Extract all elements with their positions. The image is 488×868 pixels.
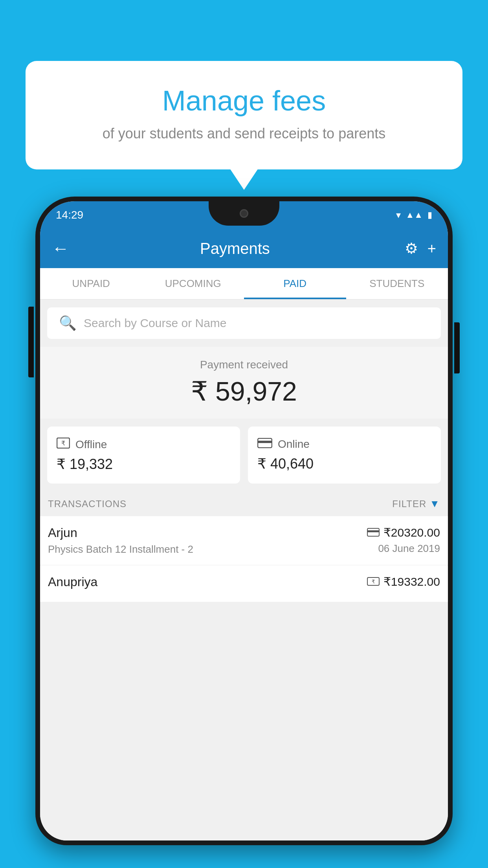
payment-amount: ₹ 59,972 <box>48 376 440 407</box>
add-icon[interactable]: + <box>427 240 436 257</box>
online-amount: ₹ 40,640 <box>257 456 431 472</box>
tab-students[interactable]: STUDENTS <box>346 268 448 299</box>
header-actions: ⚙ + <box>405 240 436 257</box>
phone-frame: 14:29 ▾ ▲▲ ▮ ← Payments ⚙ + <box>35 197 453 845</box>
payment-summary: Payment received ₹ 59,972 <box>40 347 448 419</box>
offline-amount: ₹ 19,332 <box>57 456 231 473</box>
payment-cards: ₹ Offline ₹ 19,332 <box>47 427 441 484</box>
transaction-right: ₹ ₹19332.00 <box>367 575 440 592</box>
status-time: 14:29 <box>56 209 83 221</box>
offline-label: Offline <box>75 438 107 451</box>
status-icons: ▾ ▲▲ ▮ <box>396 210 432 221</box>
offline-card-header: ₹ Offline <box>57 438 231 451</box>
front-camera <box>240 209 248 218</box>
speech-bubble-container: Manage fees of your students and send re… <box>26 61 462 169</box>
filter-label: FILTER <box>392 498 426 509</box>
transaction-name: Anupriya <box>48 575 367 589</box>
search-bar[interactable]: 🔍 Search by Course or Name <box>47 307 441 339</box>
transaction-date: 06 June 2019 <box>367 542 440 555</box>
transaction-amount: ₹20320.00 <box>367 526 440 539</box>
search-icon: 🔍 <box>59 315 77 331</box>
filter-icon: ▼ <box>429 498 440 510</box>
transaction-name: Arjun <box>48 526 367 540</box>
offline-payment-icon: ₹ <box>367 575 380 588</box>
speech-bubble: Manage fees of your students and send re… <box>26 61 462 169</box>
notch <box>209 201 279 226</box>
svg-rect-3 <box>258 441 272 443</box>
phone-screen: 14:29 ▾ ▲▲ ▮ ← Payments ⚙ + <box>40 201 448 840</box>
page-title: Payments <box>77 240 393 257</box>
content-area: 🔍 Search by Course or Name Payment recei… <box>40 300 448 840</box>
transaction-detail: Physics Batch 12 Installment - 2 <box>48 543 367 555</box>
signal-icon: ▲▲ <box>405 210 423 220</box>
bubble-subtitle: of your students and send receipts to pa… <box>57 125 431 142</box>
back-button[interactable]: ← <box>52 239 69 258</box>
online-icon <box>257 438 272 451</box>
transaction-amount: ₹ ₹19332.00 <box>367 575 440 588</box>
svg-text:₹: ₹ <box>372 579 375 585</box>
transactions-label: TRANSACTIONS <box>48 498 127 509</box>
transaction-right: ₹20320.00 06 June 2019 <box>367 526 440 555</box>
search-input[interactable]: Search by Course or Name <box>84 316 227 330</box>
online-card: Online ₹ 40,640 <box>248 427 441 484</box>
offline-card: ₹ Offline ₹ 19,332 <box>47 427 240 484</box>
app-header: ← Payments ⚙ + <box>40 229 448 268</box>
payment-received-label: Payment received <box>48 359 440 371</box>
transaction-left: Anupriya <box>48 575 367 592</box>
wifi-icon: ▾ <box>396 210 401 221</box>
battery-icon: ▮ <box>427 210 432 220</box>
card-payment-icon <box>367 526 380 539</box>
online-label: Online <box>278 438 310 451</box>
transaction-left: Arjun Physics Batch 12 Installment - 2 <box>48 526 367 555</box>
settings-icon[interactable]: ⚙ <box>405 240 418 257</box>
tab-unpaid[interactable]: UNPAID <box>40 268 142 299</box>
tab-upcoming[interactable]: UPCOMING <box>142 268 244 299</box>
transactions-header: TRANSACTIONS FILTER ▼ <box>40 491 448 516</box>
offline-icon: ₹ <box>57 438 70 451</box>
tabs-bar: UNPAID UPCOMING PAID STUDENTS <box>40 268 448 300</box>
table-row[interactable]: Anupriya ₹ ₹19332.00 <box>40 565 448 602</box>
phone-container: 14:29 ▾ ▲▲ ▮ ← Payments ⚙ + <box>35 197 453 868</box>
svg-text:₹: ₹ <box>61 440 65 447</box>
svg-rect-5 <box>367 530 379 532</box>
filter-button[interactable]: FILTER ▼ <box>392 498 440 510</box>
online-card-header: Online <box>257 438 431 451</box>
bubble-title: Manage fees <box>57 85 431 117</box>
tab-paid[interactable]: PAID <box>244 268 346 299</box>
table-row[interactable]: Arjun Physics Batch 12 Installment - 2 <box>40 516 448 565</box>
